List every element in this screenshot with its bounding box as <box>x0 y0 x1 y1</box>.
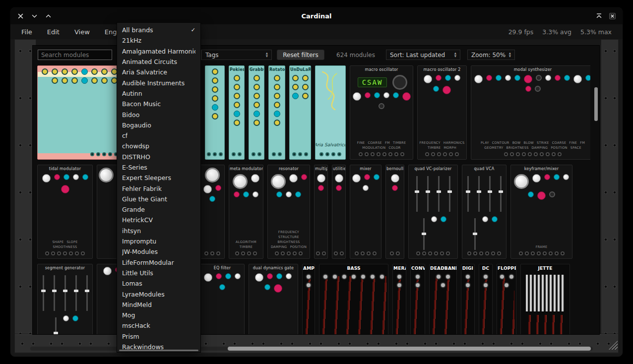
menu-scrollbar[interactable] <box>119 350 198 351</box>
module-tile-utilities[interactable]: utilities <box>332 165 346 259</box>
module-tile-rotatoes[interactable]: Rotatoes <box>268 65 285 160</box>
menu-item-edit[interactable]: Edit <box>47 28 60 36</box>
jack-port <box>361 251 365 255</box>
brand-menu-item-lifeformmodular[interactable]: LifeFormModular <box>117 257 200 268</box>
brand-menu-item-aria-salvatrice[interactable]: Aria Salvatrice <box>117 67 200 77</box>
module-tile-keyframer-mixer[interactable]: keyframer/mixerFRAME <box>510 165 572 259</box>
knob <box>212 113 218 120</box>
module-tile-deadband[interactable]: DEADBANDWIDTHGAP <box>429 264 457 334</box>
module-tile-tidal-modulator[interactable]: tidal modulatorSHAPESLOPESMOOTHNESS <box>37 165 93 259</box>
brand-menu-item-e-series[interactable]: E-Series <box>117 162 200 173</box>
brand-menu-item-cf[interactable]: cf <box>117 130 200 141</box>
zoom-select[interactable]: Zoom: 50% ▲▼ <box>467 50 515 60</box>
module-title: DEADBAND <box>430 264 456 271</box>
search-input[interactable] <box>38 50 112 60</box>
brand-menu-item-lomas[interactable]: Lomas <box>117 278 200 289</box>
jack-port <box>552 152 556 156</box>
module-tile-macro-oscillator[interactable]: macro oscillatorCSAWFINECOARSEFMTIMBREMO… <box>350 65 413 160</box>
module-tile-dual-dynamics-gate[interactable]: dual dynamics gateSHAPEMOD <box>249 264 298 334</box>
brand-menu-item-21khz[interactable]: 21kHz <box>117 35 200 46</box>
module-tile-jette[interactable]: JETTE <box>520 264 570 334</box>
vertical-scrollbar[interactable] <box>594 49 598 331</box>
module-tile-macro-oscillator-2[interactable]: macro oscillator 2FREQUENCYHARMONICSTIMB… <box>417 65 467 160</box>
brand-menu-item-mog[interactable]: Mog <box>117 310 200 320</box>
chevron-up-icon[interactable] <box>45 13 52 19</box>
module-tile-segment-generator[interactable]: segment generator <box>37 264 93 334</box>
module-tile-quad-vca[interactable]: quad VCA <box>462 165 506 259</box>
module-tile-amp[interactable]: AMPCVIN <box>302 264 315 334</box>
brand-menu-item-jw-modules[interactable]: JW-Modules <box>117 246 200 257</box>
module-tile-modal-synthesizer[interactable]: modal synthesizerPLAYCONTOURBOWBLOWSTRIK… <box>471 65 590 160</box>
module-art <box>269 72 285 151</box>
module-tile-conv[interactable]: CONV <box>410 264 425 334</box>
brand-menu-item-label: All brands <box>122 26 153 34</box>
brand-menu-item-hetrickcv[interactable]: HetrickCV <box>117 215 200 225</box>
knob <box>81 77 88 84</box>
knob <box>554 174 560 180</box>
module-ports <box>269 151 285 159</box>
close-icon[interactable] <box>17 13 24 19</box>
vertical-scrollbar-thumb[interactable] <box>594 87 598 121</box>
brand-menu-item-glue-the-giant[interactable]: Glue the Giant <box>117 194 200 204</box>
brand-menu-item-bidoo[interactable]: Bidoo <box>117 109 200 120</box>
knob <box>499 274 505 280</box>
jack-port <box>440 251 444 255</box>
brand-menu-item-fehler-fabrik[interactable]: Fehler Fabrik <box>117 183 200 193</box>
module-tile-eq-filter[interactable]: EQ filterFREQGAIN <box>200 264 245 334</box>
module-tile[interactable] <box>200 165 225 259</box>
module-tile[interactable] <box>205 65 225 160</box>
brand-menu-item-grande[interactable]: Grande <box>117 204 200 215</box>
module-tile-multiples[interactable]: multiples <box>314 165 328 259</box>
module-tile-pokies[interactable]: Pokies <box>229 65 245 160</box>
jack-port <box>287 251 291 255</box>
brand-menu-item-distrho[interactable]: DISTRHO <box>117 152 200 162</box>
jack-port <box>561 251 565 255</box>
horizontal-scrollbar[interactable] <box>30 347 593 351</box>
module-tile[interactable]: Aria Salvatrice <box>315 65 346 160</box>
module-title: BASS <box>319 264 388 271</box>
module-tile-grabby[interactable]: Grabby <box>249 65 264 160</box>
reset-filters-button[interactable]: Reset filters <box>277 50 324 60</box>
collapse-icon[interactable] <box>596 13 602 19</box>
module-tile-bass[interactable]: BASSCVCUTOFFRESONANCEDECAYENVMODACCENTGA… <box>319 264 388 334</box>
slider <box>54 275 55 311</box>
knob <box>564 75 570 81</box>
knob <box>483 274 489 280</box>
brand-menu-item-autinn[interactable]: Autinn <box>117 88 200 99</box>
brand-menu-item-little-utils[interactable]: Little Utils <box>117 268 200 278</box>
module-tile-mera[interactable]: MERA <box>392 264 406 334</box>
brand-menu-item-mindmeld[interactable]: MindMeld <box>117 300 200 310</box>
brand-menu-item-all-brands[interactable]: All brands✓ <box>117 25 200 35</box>
brand-menu-item-bogaudio[interactable]: Bogaudio <box>117 120 200 130</box>
brand-menu-item-impromptu[interactable]: Impromptu <box>117 236 200 246</box>
module-tile-digi[interactable]: DIGI <box>461 264 475 334</box>
menu-item-file[interactable]: File <box>21 28 32 36</box>
brand-menu-item-bacon-music[interactable]: Bacon Music <box>117 99 200 109</box>
brand-menu-item-lyraemodules[interactable]: LyraeModules <box>117 289 200 299</box>
horizontal-scrollbar-thumb[interactable] <box>228 347 591 351</box>
brand-menu-item-amalgamated-harmonics[interactable]: Amalgamated Harmonics <box>117 46 200 57</box>
brand-menu-item-expert-sleepers[interactable]: Expert Sleepers <box>117 173 200 183</box>
close-box-icon[interactable] <box>609 13 616 19</box>
brand-menu-item-label: Fehler Fabrik <box>122 185 162 192</box>
module-tile-mixer[interactable]: mixer <box>350 165 381 259</box>
module-tile-resonator[interactable]: resonatorFREQUENCYSTRUCTUREBRIGHTNESSDAM… <box>267 165 310 259</box>
tags-filter-select[interactable]: Tags ▲▼ <box>201 50 272 60</box>
module-tile-quad-vc-polarizer[interactable]: quad VC-polarizer <box>408 165 458 259</box>
jack-port <box>219 152 223 156</box>
module-tile-flopper[interactable]: FLOPPERCV <box>497 264 516 334</box>
menu-item-view[interactable]: View <box>74 28 90 36</box>
brand-menu-item-prism[interactable]: Prism <box>117 331 200 342</box>
module-tile-dc[interactable]: DC <box>479 264 493 334</box>
brand-menu-item-animated-circuits[interactable]: Animated Circuits <box>117 57 200 67</box>
sort-select[interactable]: Sort: Last updated ▲▼ <box>386 50 460 60</box>
chevron-down-icon[interactable] <box>31 13 38 19</box>
module-tile-undular[interactable]: UnDuLaR <box>289 65 311 160</box>
module-tile-meta-modulator[interactable]: meta modulatorALGORITHMTIMBRE <box>229 165 263 259</box>
module-tile-bernoulli-gate[interactable]: bernoulli gate <box>385 165 404 259</box>
titlebar: Cardinal <box>10 7 623 24</box>
brand-menu-item-mschack[interactable]: mscHack <box>117 320 200 331</box>
brand-menu-item-ihtsyn[interactable]: ihtsyn <box>117 226 200 236</box>
brand-menu-item-chowdsp[interactable]: chowdsp <box>117 141 200 151</box>
brand-menu-item-audible-instruments[interactable]: Audible Instruments <box>117 77 200 88</box>
